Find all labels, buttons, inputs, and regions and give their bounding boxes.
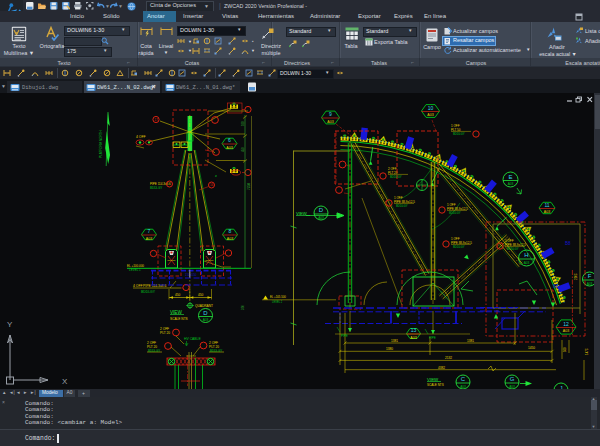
svg-text:VIEW: VIEW [296, 211, 307, 216]
svg-text:D: D [319, 207, 324, 213]
svg-text:EL +105.500: EL +105.500 [270, 295, 286, 299]
svg-text:BDDLGY: BDDLGY [449, 211, 461, 215]
svg-text:A03: A03 [563, 329, 569, 333]
svg-text:11: 11 [544, 202, 549, 208]
svg-text:A03: A03 [508, 182, 514, 186]
svg-text:A03: A03 [318, 216, 324, 220]
svg-text:LEVEL 2: LEVEL 2 [272, 300, 283, 304]
svg-text:500: 500 [563, 347, 567, 352]
svg-text:G: G [510, 376, 515, 382]
svg-text:PIPE: PIPE [341, 334, 348, 338]
svg-text:BDDLGY: BDDLGY [210, 349, 222, 353]
svg-text:PLATFORM NORTH: PLATFORM NORTH [99, 130, 103, 158]
svg-text:A03: A03 [524, 261, 530, 265]
svg-text:LEVEL 1: LEVEL 1 [129, 268, 141, 272]
svg-text:A03: A03 [227, 237, 233, 241]
svg-text:A03: A03 [587, 282, 593, 286]
svg-text:PLT 20: PLT 20 [160, 331, 170, 335]
svg-text:7: 7 [148, 228, 151, 234]
svg-text:450: 450 [241, 147, 245, 152]
svg-text:8: 8 [229, 228, 232, 234]
svg-text:6: 6 [228, 137, 231, 143]
svg-text:C: C [461, 376, 466, 382]
svg-text:4 OFF: 4 OFF [136, 135, 146, 139]
svg-text:SCALE NTS: SCALE NTS [427, 383, 444, 387]
svg-text:4 OFF: 4 OFF [133, 284, 143, 288]
svg-text:E: E [508, 174, 512, 180]
svg-text:350: 350 [241, 305, 245, 310]
svg-text:BDDLGY: BDDLGY [150, 186, 162, 190]
svg-text:12: 12 [563, 321, 569, 327]
svg-text:1381: 1381 [467, 339, 474, 343]
svg-text:H: H [524, 252, 528, 258]
svg-text:A03: A03 [544, 210, 550, 214]
svg-text:HV CABLE: HV CABLE [184, 337, 202, 341]
svg-text:A03: A03 [327, 120, 333, 124]
svg-text:9: 9 [329, 111, 332, 117]
svg-text:10: 10 [428, 105, 434, 111]
svg-text:A03: A03 [146, 237, 152, 241]
svg-text:16: 16 [210, 183, 214, 187]
svg-text:ø: ø [215, 174, 217, 178]
svg-text:F: F [588, 273, 592, 279]
svg-text:BDDLGY: BDDLGY [507, 247, 519, 251]
svg-text:A03: A03 [410, 336, 416, 340]
svg-text:A03: A03 [509, 385, 515, 389]
svg-text:BDDLGY: BDDLGY [396, 204, 408, 208]
svg-text:4382: 4382 [438, 366, 445, 370]
svg-text:BDDLGY: BDDLGY [453, 132, 465, 136]
svg-text:13: 13 [411, 327, 417, 333]
svg-text:2132: 2132 [445, 356, 452, 360]
svg-text:450: 450 [198, 293, 204, 297]
svg-text:A03: A03 [203, 318, 209, 322]
svg-text:BDDLGY: BDDLGY [141, 290, 156, 294]
svg-text:B8: B8 [565, 241, 571, 246]
svg-text:1450: 1450 [528, 346, 535, 350]
svg-text:D: D [203, 310, 208, 316]
svg-text:2105: 2105 [574, 273, 578, 280]
svg-text:VIEW: VIEW [170, 310, 182, 315]
svg-text:SCALE NTS: SCALE NTS [170, 317, 188, 321]
svg-text:B8: B8 [553, 284, 559, 289]
svg-text:VIEW: VIEW [427, 377, 439, 382]
svg-text:BDDLGY: BDDLGY [453, 245, 465, 249]
svg-text:1475: 1475 [585, 348, 589, 355]
svg-text:BDDLGY: BDDLGY [390, 175, 402, 179]
svg-text:1381: 1381 [391, 339, 398, 343]
svg-text:100: 100 [241, 121, 245, 126]
svg-text:QUADRANT: QUADRANT [195, 304, 213, 308]
svg-text:1380: 1380 [386, 347, 393, 351]
svg-text:Y: Y [7, 320, 13, 329]
svg-text:7250: 7250 [247, 183, 251, 190]
svg-text:450: 450 [175, 293, 181, 297]
svg-text:PIPE: PIPE [429, 336, 436, 340]
svg-text:BDDLGY: BDDLGY [148, 349, 160, 353]
svg-text:A03: A03 [460, 385, 466, 389]
svg-text:A03: A03 [226, 146, 232, 150]
svg-text:17: 17 [154, 118, 158, 122]
svg-text:X: X [62, 377, 68, 386]
svg-text:A03: A03 [427, 113, 433, 117]
svg-text:150x150: 150x150 [185, 273, 197, 277]
